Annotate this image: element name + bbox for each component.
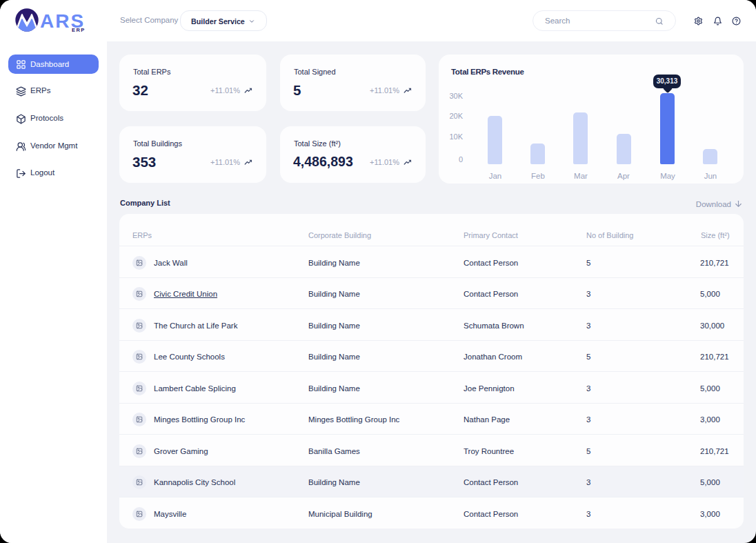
svg-text:ERP: ERP xyxy=(72,27,86,33)
